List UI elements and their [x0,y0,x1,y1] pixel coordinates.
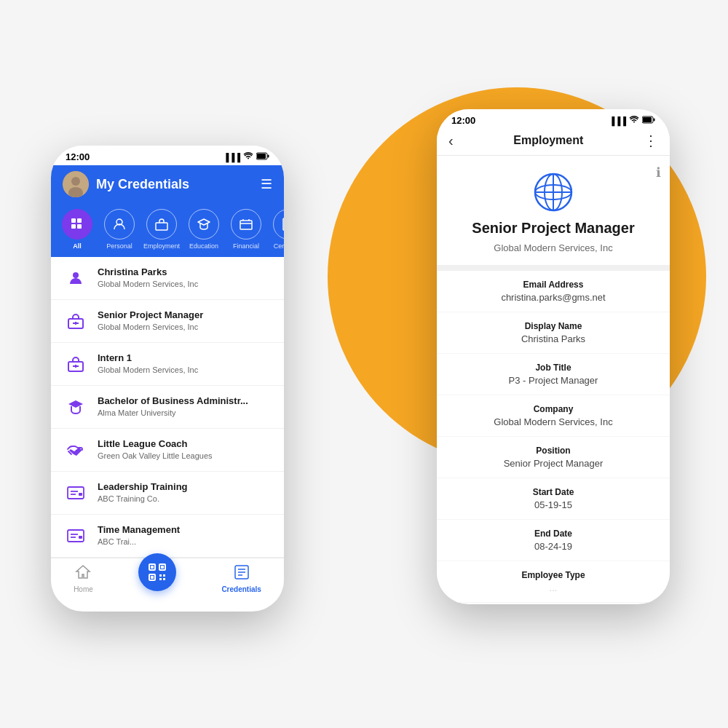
time-left: 12:00 [66,151,90,162]
tab-certificate-label: Certifica... [274,242,284,250]
detail-displayname: Display Name Christina Parks [437,312,670,354]
tab-all[interactable]: All [58,209,96,250]
cred-name-4: Little League Coach [98,438,272,451]
header-title: My Credentials [96,177,253,192]
tab-employment-icon [146,209,177,240]
tab-employment[interactable]: Employment [143,209,181,250]
cred-item-4[interactable]: Little League Coach Green Oak Valley Lit… [51,429,284,472]
tab-employment-label: Employment [143,242,180,250]
nav-home[interactable]: Home [74,564,93,593]
svg-rect-8 [71,224,76,229]
phone-left: 12:00 ▐▐▐ My Credentials ☰ [51,146,284,612]
svg-rect-2 [268,155,269,158]
tab-certificate[interactable]: Certifica... [269,209,284,250]
svg-rect-48 [654,119,655,122]
cred-text-6: Time Management ABC Trai... [98,524,272,547]
tab-financial-icon [231,209,261,240]
nav-credentials[interactable]: Credentials [221,564,261,593]
svg-rect-38 [159,574,162,577]
employment-header: ℹ Senior Project Manager Global Modern S… [437,156,670,271]
detail-label-displayname: Display Name [454,321,652,331]
cred-item-1[interactable]: Senior Project Manager Global Modern Ser… [51,300,284,343]
credentials-list: Christina Parks Global Modern Services, … [51,257,284,558]
cred-text-4: Little League Coach Green Oak Valley Lit… [98,438,272,461]
cred-name-5: Leadership Training [98,481,272,494]
battery-icon [256,152,269,162]
tab-financial-label: Financial [233,242,259,250]
tab-all-icon [62,209,92,240]
time-right: 12:00 [451,115,475,126]
svg-rect-31 [79,536,82,539]
globe-icon [531,170,575,214]
cred-name-3: Bachelor of Business Administr... [98,395,272,408]
detail-value-enddate: 08-24-19 [454,541,652,552]
nav-qr[interactable] [138,566,176,591]
detail-label-company: Company [454,404,652,414]
svg-rect-12 [240,221,252,229]
cred-item-3[interactable]: Bachelor of Business Administr... Alma M… [51,386,284,429]
svg-rect-7 [77,218,82,223]
battery-icon-right [642,116,655,125]
cred-item-5[interactable]: Leadership Training ABC Training Co. [51,472,284,515]
cred-name-6: Time Management [98,524,272,537]
cred-name-0: Christina Parks [98,266,272,279]
detail-value-position: Senior Project Manager [454,458,652,469]
detail-company: Company Global Modern Services, Inc [437,395,670,437]
cred-text-3: Bachelor of Business Administr... Alma M… [98,395,272,418]
cred-sub-3: Alma Mater University [98,408,272,418]
info-button[interactable]: ℹ [656,165,661,181]
detail-value-jobtitle: P3 - Project Manager [454,375,652,386]
cred-sub-1: Global Modern Services, Inc [98,322,272,332]
svg-rect-35 [161,566,164,569]
detail-label-jobtitle: Job Title [454,363,652,373]
tab-personal[interactable]: Personal [100,209,138,250]
detail-emptype: Employee Type ... [437,561,670,603]
tab-financial[interactable]: Financial [227,209,265,250]
detail-label-position: Position [454,446,652,456]
cred-item-6[interactable]: Time Management ABC Trai... [51,515,284,558]
status-icons-right: ▐▐▐ [609,116,655,125]
cred-icon-graduation [63,394,89,420]
cred-icon-briefcase-1 [63,308,89,334]
detail-startdate: Start Date 05-19-15 [437,478,670,520]
status-bar-left: 12:00 ▐▐▐ [51,146,284,165]
svg-rect-40 [159,578,162,580]
cred-icon-briefcase-2 [63,351,89,377]
cred-icon-person [63,265,89,291]
home-icon [75,564,91,584]
signal-icon: ▐▐▐ [223,153,240,162]
tab-personal-icon [104,209,135,240]
detail-value-startdate: 05-19-15 [454,499,652,510]
detail-label-email: Email Address [454,280,652,290]
tab-education-label: Education [189,242,218,250]
status-bar-right: 12:00 ▐▐▐ [437,109,670,129]
cred-text-1: Senior Project Manager Global Modern Ser… [98,309,272,332]
cred-sub-4: Green Oak Valley Little Leagues [98,451,272,461]
svg-rect-6 [71,218,76,223]
nav-credentials-label: Credentials [221,585,261,593]
emp-title: Senior Project Manager [472,220,634,237]
details-list: Email Address christina.parks@gms.net Di… [437,271,670,603]
tab-personal-label: Personal [106,242,132,250]
svg-rect-13 [283,218,284,230]
cred-item-0[interactable]: Christina Parks Global Modern Services, … [51,257,284,300]
qr-button[interactable] [138,553,176,591]
detail-value-email: christina.parks@gms.net [454,292,652,303]
cred-item-2[interactable]: Intern 1 Global Modern Services, Inc [51,343,284,386]
tab-all-label: All [73,242,82,250]
svg-rect-37 [151,576,154,579]
tab-education[interactable]: Education [185,209,223,250]
svg-rect-27 [79,493,82,496]
left-phone-header: My Credentials ☰ [51,165,284,205]
cred-icon-card-5 [63,480,89,506]
menu-icon[interactable]: ☰ [261,176,272,192]
avatar-image [63,171,89,197]
svg-point-17 [73,272,79,278]
back-button[interactable]: ‹ [448,132,454,149]
tab-education-icon [189,209,219,240]
more-button[interactable]: ⋮ [644,132,658,149]
cred-text-0: Christina Parks Global Modern Services, … [98,266,272,289]
cred-name-1: Senior Project Manager [98,309,272,322]
detail-enddate: End Date 08-24-19 [437,520,670,561]
tab-certificate-icon [273,209,284,240]
